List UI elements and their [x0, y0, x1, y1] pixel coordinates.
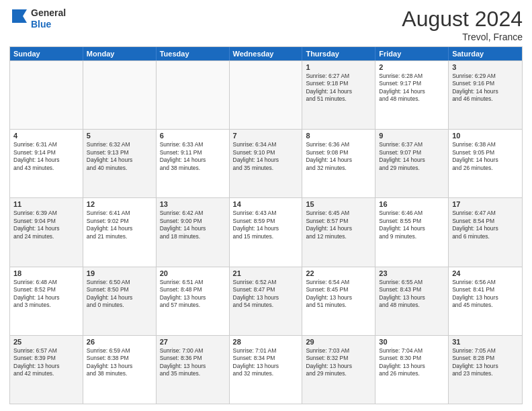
calendar-header: Sunday Monday Tuesday Wednesday Thursday…: [10, 47, 522, 60]
cell-info-24: Sunrise: 6:56 AM Sunset: 8:41 PM Dayligh…: [452, 279, 519, 310]
day-number-23: 23: [379, 269, 445, 277]
calendar-cell-2-1: 4Sunrise: 6:31 AM Sunset: 9:14 PM Daylig…: [10, 130, 83, 197]
logo-text-blue: Blue: [31, 19, 66, 30]
day-number-28: 28: [233, 338, 299, 346]
day-number-18: 18: [13, 269, 79, 277]
cell-info-3: Sunrise: 6:29 AM Sunset: 9:16 PM Dayligh…: [452, 73, 519, 103]
calendar-cell-1-5: 1Sunrise: 6:27 AM Sunset: 9:18 PM Daylig…: [302, 61, 375, 129]
day-number-20: 20: [160, 269, 226, 277]
logo-text-general: General: [31, 7, 66, 19]
calendar-cell-5-3: 27Sunrise: 7:00 AM Sunset: 8:36 PM Dayli…: [157, 336, 230, 404]
cell-info-4: Sunrise: 6:31 AM Sunset: 9:14 PM Dayligh…: [13, 141, 79, 172]
cell-info-20: Sunrise: 6:51 AM Sunset: 8:48 PM Dayligh…: [160, 279, 226, 310]
day-number-13: 13: [160, 200, 226, 208]
calendar-cell-4-3: 20Sunrise: 6:51 AM Sunset: 8:48 PM Dayli…: [157, 267, 230, 335]
calendar-cell-5-2: 26Sunrise: 6:59 AM Sunset: 8:38 PM Dayli…: [83, 336, 157, 404]
calendar-cell-5-5: 29Sunrise: 7:03 AM Sunset: 8:32 PM Dayli…: [302, 336, 375, 404]
header-sunday: Sunday: [10, 47, 83, 60]
day-number-22: 22: [306, 269, 371, 277]
day-number-3: 3: [452, 63, 519, 71]
day-number-17: 17: [452, 200, 519, 208]
day-number-16: 16: [379, 200, 445, 208]
cell-info-14: Sunrise: 6:43 AM Sunset: 8:59 PM Dayligh…: [233, 210, 299, 240]
day-number-11: 11: [13, 200, 79, 208]
header-monday: Monday: [83, 47, 157, 60]
day-number-8: 8: [306, 132, 371, 140]
day-number-4: 4: [13, 132, 79, 140]
title-block: August 2024 Trevol, France: [402, 7, 523, 42]
calendar: Sunday Monday Tuesday Wednesday Thursday…: [9, 46, 523, 404]
calendar-cell-5-7: 31Sunrise: 7:05 AM Sunset: 8:28 PM Dayli…: [449, 336, 522, 404]
day-number-9: 9: [379, 132, 445, 140]
calendar-cell-4-1: 18Sunrise: 6:48 AM Sunset: 8:52 PM Dayli…: [10, 267, 83, 335]
day-number-31: 31: [452, 338, 519, 346]
cell-info-6: Sunrise: 6:33 AM Sunset: 9:11 PM Dayligh…: [160, 141, 226, 172]
day-number-7: 7: [233, 132, 299, 140]
page: GeneralBlue August 2024 Trevol, France S…: [0, 0, 532, 411]
calendar-row-3: 11Sunrise: 6:39 AM Sunset: 9:04 PM Dayli…: [10, 197, 522, 266]
day-number-10: 10: [452, 132, 519, 140]
cell-info-23: Sunrise: 6:55 AM Sunset: 8:43 PM Dayligh…: [379, 279, 445, 310]
logo-icon: [9, 7, 30, 31]
calendar-cell-1-1: [10, 61, 83, 129]
cell-info-28: Sunrise: 7:01 AM Sunset: 8:34 PM Dayligh…: [233, 347, 299, 378]
calendar-cell-3-5: 15Sunrise: 6:45 AM Sunset: 8:57 PM Dayli…: [302, 198, 375, 266]
cell-info-17: Sunrise: 6:47 AM Sunset: 8:54 PM Dayligh…: [452, 210, 519, 240]
location: Trevol, France: [402, 32, 523, 42]
calendar-row-1: 1Sunrise: 6:27 AM Sunset: 9:18 PM Daylig…: [10, 60, 522, 129]
calendar-cell-3-3: 13Sunrise: 6:42 AM Sunset: 9:00 PM Dayli…: [157, 198, 230, 266]
cell-info-31: Sunrise: 7:05 AM Sunset: 8:28 PM Dayligh…: [452, 347, 519, 378]
calendar-cell-5-1: 25Sunrise: 6:57 AM Sunset: 8:39 PM Dayli…: [10, 336, 83, 404]
cell-info-7: Sunrise: 6:34 AM Sunset: 9:10 PM Dayligh…: [233, 141, 299, 172]
calendar-cell-2-7: 10Sunrise: 6:38 AM Sunset: 9:05 PM Dayli…: [449, 130, 522, 197]
calendar-cell-4-4: 21Sunrise: 6:52 AM Sunset: 8:47 PM Dayli…: [230, 267, 303, 335]
header: GeneralBlue August 2024 Trevol, France: [9, 7, 523, 42]
cell-info-10: Sunrise: 6:38 AM Sunset: 9:05 PM Dayligh…: [452, 141, 519, 172]
calendar-cell-4-5: 22Sunrise: 6:54 AM Sunset: 8:45 PM Dayli…: [302, 267, 375, 335]
header-wednesday: Wednesday: [230, 47, 303, 60]
cell-info-27: Sunrise: 7:00 AM Sunset: 8:36 PM Dayligh…: [160, 347, 226, 378]
calendar-cell-4-6: 23Sunrise: 6:55 AM Sunset: 8:43 PM Dayli…: [375, 267, 449, 335]
calendar-cell-3-6: 16Sunrise: 6:46 AM Sunset: 8:55 PM Dayli…: [375, 198, 449, 266]
day-number-19: 19: [87, 269, 152, 277]
month-year: August 2024: [402, 7, 523, 32]
cell-info-25: Sunrise: 6:57 AM Sunset: 8:39 PM Dayligh…: [13, 347, 79, 378]
calendar-cell-1-7: 3Sunrise: 6:29 AM Sunset: 9:16 PM Daylig…: [449, 61, 522, 129]
logo: GeneralBlue: [9, 7, 66, 31]
day-number-24: 24: [452, 269, 519, 277]
cell-info-8: Sunrise: 6:36 AM Sunset: 9:08 PM Dayligh…: [306, 141, 371, 172]
cell-info-2: Sunrise: 6:28 AM Sunset: 9:17 PM Dayligh…: [379, 73, 445, 103]
svg-marker-0: [12, 9, 27, 23]
calendar-cell-2-5: 8Sunrise: 6:36 AM Sunset: 9:08 PM Daylig…: [302, 130, 375, 197]
calendar-cell-4-7: 24Sunrise: 6:56 AM Sunset: 8:41 PM Dayli…: [449, 267, 522, 335]
cell-info-18: Sunrise: 6:48 AM Sunset: 8:52 PM Dayligh…: [13, 279, 79, 310]
header-saturday: Saturday: [449, 47, 522, 60]
calendar-cell-3-4: 14Sunrise: 6:43 AM Sunset: 8:59 PM Dayli…: [230, 198, 303, 266]
day-number-27: 27: [160, 338, 226, 346]
cell-info-15: Sunrise: 6:45 AM Sunset: 8:57 PM Dayligh…: [306, 210, 371, 240]
cell-info-29: Sunrise: 7:03 AM Sunset: 8:32 PM Dayligh…: [306, 347, 371, 378]
calendar-cell-5-4: 28Sunrise: 7:01 AM Sunset: 8:34 PM Dayli…: [230, 336, 303, 404]
cell-info-1: Sunrise: 6:27 AM Sunset: 9:18 PM Dayligh…: [306, 73, 371, 103]
calendar-cell-3-2: 12Sunrise: 6:41 AM Sunset: 9:02 PM Dayli…: [83, 198, 157, 266]
day-number-5: 5: [87, 132, 152, 140]
cell-info-5: Sunrise: 6:32 AM Sunset: 9:13 PM Dayligh…: [87, 141, 152, 172]
calendar-cell-1-6: 2Sunrise: 6:28 AM Sunset: 9:17 PM Daylig…: [375, 61, 449, 129]
cell-info-30: Sunrise: 7:04 AM Sunset: 8:30 PM Dayligh…: [379, 347, 445, 378]
calendar-row-2: 4Sunrise: 6:31 AM Sunset: 9:14 PM Daylig…: [10, 129, 522, 197]
day-number-25: 25: [13, 338, 79, 346]
calendar-body: 1Sunrise: 6:27 AM Sunset: 9:18 PM Daylig…: [10, 60, 522, 404]
calendar-cell-4-2: 19Sunrise: 6:50 AM Sunset: 8:50 PM Dayli…: [83, 267, 157, 335]
cell-info-22: Sunrise: 6:54 AM Sunset: 8:45 PM Dayligh…: [306, 279, 371, 310]
day-number-15: 15: [306, 200, 371, 208]
calendar-cell-3-7: 17Sunrise: 6:47 AM Sunset: 8:54 PM Dayli…: [449, 198, 522, 266]
calendar-row-4: 18Sunrise: 6:48 AM Sunset: 8:52 PM Dayli…: [10, 267, 522, 335]
cell-info-16: Sunrise: 6:46 AM Sunset: 8:55 PM Dayligh…: [379, 210, 445, 240]
calendar-cell-3-1: 11Sunrise: 6:39 AM Sunset: 9:04 PM Dayli…: [10, 198, 83, 266]
cell-info-12: Sunrise: 6:41 AM Sunset: 9:02 PM Dayligh…: [87, 210, 152, 240]
header-thursday: Thursday: [302, 47, 375, 60]
calendar-cell-2-6: 9Sunrise: 6:37 AM Sunset: 9:07 PM Daylig…: [375, 130, 449, 197]
day-number-2: 2: [379, 63, 445, 71]
calendar-cell-2-3: 6Sunrise: 6:33 AM Sunset: 9:11 PM Daylig…: [157, 130, 230, 197]
cell-info-11: Sunrise: 6:39 AM Sunset: 9:04 PM Dayligh…: [13, 210, 79, 240]
